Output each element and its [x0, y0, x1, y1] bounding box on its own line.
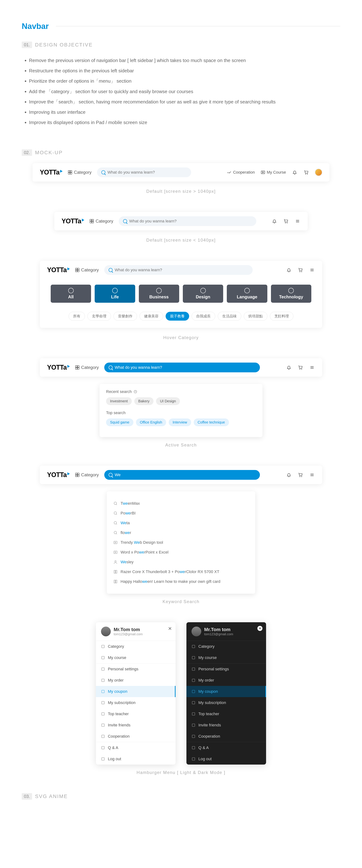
- menu-item[interactable]: Top teacher: [187, 708, 266, 719]
- search-input[interactable]: [115, 472, 256, 477]
- suggestion-item[interactable]: Weta: [113, 518, 249, 528]
- category-tile[interactable]: Language: [227, 285, 267, 303]
- category-tile[interactable]: All: [51, 285, 91, 303]
- category-tile[interactable]: Business: [139, 285, 179, 303]
- search-input[interactable]: [108, 170, 187, 175]
- suggestion-item[interactable]: Razer Core X Thunderbolt 3 + PowerClolor…: [113, 567, 249, 577]
- burger-button[interactable]: [309, 267, 315, 273]
- burger-icon: [310, 472, 314, 477]
- close-button[interactable]: ✕: [168, 626, 172, 631]
- category-tile[interactable]: Design: [183, 285, 223, 303]
- suggestion-item[interactable]: Trendy Web Design tool: [113, 538, 249, 547]
- close-button[interactable]: ✕: [257, 626, 262, 631]
- burger-button[interactable]: [309, 365, 315, 370]
- bell-button[interactable]: [286, 365, 292, 370]
- caption: Default [screen size < 1040px]: [22, 238, 340, 243]
- subcategory-pill[interactable]: 健康美容: [140, 312, 163, 321]
- search-input[interactable]: [115, 268, 248, 272]
- top-tag[interactable]: Interview: [169, 418, 191, 426]
- subcategory-pill[interactable]: 生活品味: [218, 312, 241, 321]
- category-button[interactable]: Category: [75, 472, 99, 477]
- menu-item[interactable]: My order: [187, 675, 266, 686]
- category-tile[interactable]: Technology: [271, 285, 311, 303]
- bell-button[interactable]: [272, 218, 277, 224]
- menu-item[interactable]: Cooperation: [187, 731, 266, 742]
- menu-item[interactable]: Log out: [187, 753, 266, 765]
- logo[interactable]: YOTTa: [47, 266, 70, 274]
- logo[interactable]: YOTTa: [47, 364, 70, 371]
- suggestion-item[interactable]: PowerBI: [113, 508, 249, 518]
- subcategory-pill[interactable]: 玄學命理: [87, 312, 111, 321]
- cart-button[interactable]: [283, 218, 289, 224]
- menu-item[interactable]: Personal settings: [96, 663, 175, 675]
- menu-item[interactable]: Invite friends: [187, 719, 266, 731]
- category-button[interactable]: Category: [75, 365, 99, 370]
- menu-item[interactable]: Top teacher: [96, 708, 175, 719]
- suggestion-item[interactable]: flower: [113, 528, 249, 538]
- top-tag[interactable]: Squid game: [106, 418, 133, 426]
- subcategory-pill[interactable]: 親子教養: [166, 312, 189, 321]
- search-input[interactable]: [129, 219, 252, 223]
- search-bar[interactable]: [104, 265, 253, 275]
- bell-button[interactable]: [286, 472, 292, 478]
- grid-icon: [68, 170, 72, 174]
- menu-item[interactable]: My subscription: [187, 697, 266, 708]
- menu-item[interactable]: Log out: [96, 753, 175, 765]
- menu-item[interactable]: Category: [96, 641, 175, 652]
- suggestion-item[interactable]: Word x PowerPoint x Excel: [113, 547, 249, 557]
- menu-item[interactable]: Category: [187, 641, 266, 652]
- suggestion-item[interactable]: Happy Halloween! Learn how to make your …: [113, 577, 249, 586]
- avatar[interactable]: [101, 627, 111, 637]
- suggestion-item[interactable]: Wesley: [113, 557, 249, 567]
- search-bar[interactable]: [119, 216, 256, 226]
- top-tag[interactable]: Coffee technique: [194, 418, 229, 426]
- menu-item[interactable]: My course: [96, 652, 175, 663]
- top-tag[interactable]: Office English: [136, 418, 166, 426]
- menu-item[interactable]: Invite friends: [96, 719, 175, 731]
- menu-item[interactable]: My order: [96, 675, 175, 686]
- bell-button[interactable]: [286, 267, 292, 273]
- recent-tag[interactable]: Bakery: [134, 397, 154, 405]
- logo[interactable]: YOTTa: [40, 168, 63, 176]
- subcategory-pill[interactable]: 所有: [68, 312, 85, 321]
- avatar[interactable]: [315, 169, 322, 176]
- menu-item[interactable]: My subscription: [96, 697, 175, 708]
- menu-item[interactable]: Cooperation: [96, 731, 175, 742]
- cart-button[interactable]: [298, 472, 303, 478]
- search-bar-active[interactable]: [104, 470, 260, 480]
- search-bar[interactable]: [97, 167, 191, 177]
- mycourse-link[interactable]: My Course: [261, 170, 286, 175]
- menu-item[interactable]: Personal settings: [187, 663, 266, 675]
- svg-rect-6: [114, 541, 117, 544]
- category-button[interactable]: Category: [68, 170, 91, 175]
- recent-tag[interactable]: UI Design: [156, 397, 180, 405]
- cart-button[interactable]: [303, 169, 309, 175]
- search-bar-active[interactable]: [104, 363, 260, 372]
- bell-button[interactable]: [292, 169, 298, 175]
- category-tile[interactable]: Life: [95, 285, 135, 303]
- logo[interactable]: YOTTa: [61, 217, 84, 225]
- category-button[interactable]: Category: [90, 219, 113, 224]
- menu-item[interactable]: Q & A: [96, 742, 175, 753]
- menu-item[interactable]: My coupon: [96, 686, 175, 697]
- caption: Hover Category: [22, 335, 340, 340]
- subcategory-pill[interactable]: 烹飪料理: [270, 312, 294, 321]
- menu-item[interactable]: My coupon: [187, 686, 266, 697]
- subcategory-pill[interactable]: 音樂創作: [113, 312, 137, 321]
- menu-item[interactable]: Q & A: [187, 742, 266, 753]
- logo[interactable]: YOTTa: [47, 471, 70, 479]
- category-tile-icon: [156, 288, 162, 293]
- cart-button[interactable]: [298, 365, 303, 370]
- burger-button[interactable]: [295, 218, 301, 224]
- cooperation-link[interactable]: Cooperation: [227, 170, 255, 175]
- cart-button[interactable]: [298, 267, 303, 273]
- recent-tag[interactable]: Investment: [106, 397, 132, 405]
- menu-item[interactable]: My course: [187, 652, 266, 663]
- suggestion-item[interactable]: TweenMax: [113, 499, 249, 508]
- subcategory-pill[interactable]: 自我成長: [192, 312, 215, 321]
- avatar[interactable]: [192, 627, 201, 637]
- burger-button[interactable]: [309, 472, 315, 478]
- search-input[interactable]: [115, 365, 256, 370]
- subcategory-pill[interactable]: 烘培甜點: [244, 312, 267, 321]
- category-button[interactable]: Category: [75, 268, 99, 273]
